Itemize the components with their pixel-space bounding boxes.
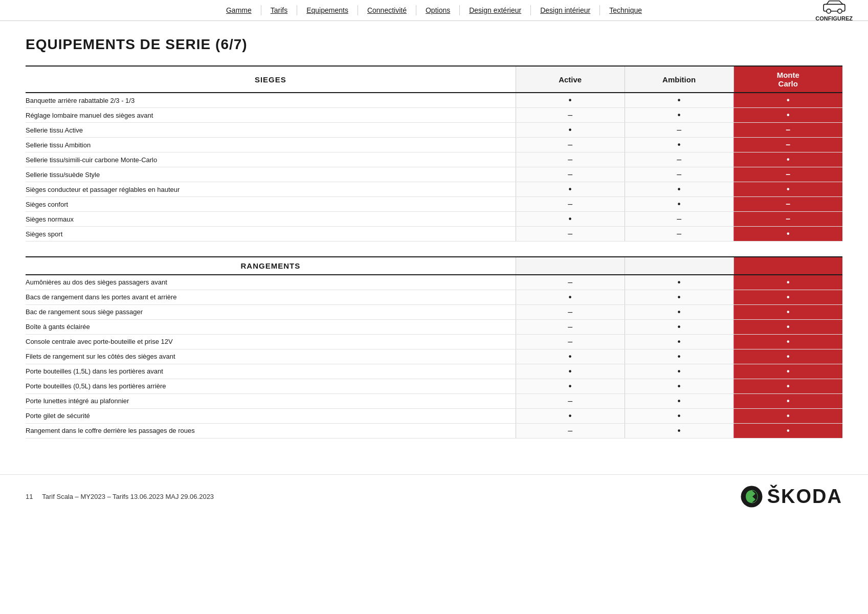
- col-header-active: Active: [516, 66, 625, 93]
- nav-technique[interactable]: Technique: [609, 6, 642, 14]
- cell-monte: •: [733, 304, 842, 319]
- cell-monte: •: [733, 364, 842, 379]
- ambition-value: •: [678, 96, 681, 104]
- nav-equipements[interactable]: Equipements: [306, 6, 348, 14]
- row-label: Sellerie tissu/simili-cuir carbone Monte…: [26, 152, 516, 167]
- cell-active: –: [516, 138, 625, 152]
- cell-active: •: [516, 290, 625, 304]
- nav-tarifs[interactable]: Tarifs: [271, 6, 287, 14]
- cell-ambition: •: [625, 349, 733, 364]
- cell-ambition: –: [625, 152, 733, 167]
- cell-monte: •: [733, 334, 842, 349]
- monte-value: –: [786, 140, 790, 149]
- nav-design-int[interactable]: Design intérieur: [540, 6, 590, 14]
- nav-separator-2: [297, 5, 297, 15]
- table-row: Sièges conducteur et passager réglables …: [26, 182, 842, 197]
- cell-ambition: –: [625, 123, 733, 138]
- configurez-label: CONFIGUREZ: [815, 15, 853, 21]
- cell-active: •: [516, 364, 625, 379]
- monte-value: •: [787, 278, 790, 287]
- cell-ambition: •: [625, 364, 733, 379]
- active-value: •: [569, 96, 572, 104]
- row-label: Sellerie tissu/suède Style: [26, 167, 516, 182]
- monte-value: •: [787, 308, 790, 316]
- skoda-text: ŠKODA: [767, 486, 842, 508]
- nav-gamme[interactable]: Gamme: [226, 6, 252, 14]
- cell-monte: •: [733, 182, 842, 197]
- cell-ambition: –: [625, 167, 733, 182]
- ambition-value: –: [677, 170, 681, 179]
- active-value: –: [568, 322, 572, 331]
- cell-monte: •: [733, 152, 842, 167]
- nav-options[interactable]: Options: [426, 6, 450, 14]
- cell-ambition: •: [625, 197, 733, 212]
- equipment-table: SIEGES Active Ambition MonteCarlo Banque…: [26, 65, 842, 438]
- cell-active: •: [516, 408, 625, 423]
- table-row: Bac de rangement sous siège passager–••: [26, 304, 842, 319]
- ambition-value: –: [677, 229, 681, 238]
- nav-connectivite[interactable]: Connectivité: [367, 6, 407, 14]
- nav-separator-7: [599, 5, 600, 15]
- cell-active: –: [516, 197, 625, 212]
- row-label: Sièges conducteur et passager réglables …: [26, 182, 516, 197]
- cell-monte: –: [733, 123, 842, 138]
- monte-value: •: [787, 426, 790, 435]
- table-row: Sièges sport––•: [26, 227, 842, 242]
- col-header-ambition: Ambition: [625, 66, 733, 93]
- footer-text: 11 Tarif Scala – MY2023 – Tarifs 13.06.2…: [26, 493, 214, 500]
- table-row: Réglage lombaire manuel des sièges avant…: [26, 108, 842, 123]
- nav-separator-5: [459, 5, 460, 15]
- cell-monte: •: [733, 349, 842, 364]
- ambition-value: •: [678, 185, 681, 193]
- active-value: •: [569, 367, 572, 376]
- table-row: Sièges confort–•–: [26, 197, 842, 212]
- cell-ambition: •: [625, 393, 733, 408]
- nav-separator-1: [261, 5, 261, 15]
- cell-monte: –: [733, 212, 842, 227]
- ambition-value: •: [678, 200, 681, 208]
- svg-point-2: [837, 9, 841, 13]
- ambition-value: •: [678, 111, 681, 119]
- cell-ambition: •: [625, 182, 733, 197]
- monte-value: •: [787, 352, 790, 361]
- active-value: –: [568, 140, 572, 149]
- monte-value: •: [787, 367, 790, 376]
- table-row: Filets de rangement sur les côtés des si…: [26, 349, 842, 364]
- table-row: Sellerie tissu Ambition–•–: [26, 138, 842, 152]
- cell-monte: •: [733, 379, 842, 393]
- main-content: EQUIPEMENTS DE SERIE (6/7) SIEGES Active…: [0, 21, 868, 454]
- col-header-monte: MonteCarlo: [733, 66, 842, 93]
- cell-monte: •: [733, 290, 842, 304]
- monte-value: •: [787, 397, 790, 405]
- rangements-col-active: [516, 257, 625, 275]
- row-label: Filets de rangement sur les côtés des si…: [26, 349, 516, 364]
- row-label: Porte bouteilles (1,5L) dans les portièr…: [26, 364, 516, 379]
- cell-active: •: [516, 182, 625, 197]
- table-row: Porte bouteilles (0,5L) dans les portièr…: [26, 379, 842, 393]
- active-value: –: [568, 200, 572, 208]
- monte-value: –: [786, 125, 790, 134]
- nav-design-ext[interactable]: Design extérieur: [469, 6, 521, 14]
- row-label: Sellerie tissu Active: [26, 123, 516, 138]
- active-value: –: [568, 278, 572, 287]
- table-row: Porte gilet de sécurité•••: [26, 408, 842, 423]
- row-label: Porte bouteilles (0,5L) dans les portièr…: [26, 379, 516, 393]
- row-label: Réglage lombaire manuel des sièges avant: [26, 108, 516, 123]
- table-row: Console centrale avec porte-bouteille et…: [26, 334, 842, 349]
- cell-active: •: [516, 123, 625, 138]
- cell-monte: –: [733, 197, 842, 212]
- table-row: Aumônières au dos des sièges passagers a…: [26, 275, 842, 290]
- ambition-value: •: [678, 426, 681, 435]
- active-value: –: [568, 111, 572, 119]
- configurez-button[interactable]: CONFIGUREZ: [815, 0, 853, 21]
- monte-value: •: [787, 111, 790, 119]
- active-value: –: [568, 397, 572, 405]
- active-value: •: [569, 125, 572, 134]
- ambition-value: •: [678, 411, 681, 420]
- cell-ambition: –: [625, 212, 733, 227]
- cell-ambition: •: [625, 319, 733, 334]
- table-row: Banquette arrière rabattable 2/3 - 1/3••…: [26, 93, 842, 108]
- cell-active: •: [516, 93, 625, 108]
- monte-value: •: [787, 229, 790, 238]
- ambition-value: •: [678, 337, 681, 346]
